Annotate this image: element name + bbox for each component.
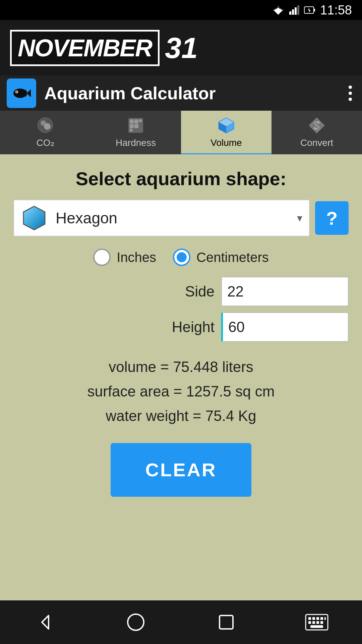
svg-rect-40 xyxy=(316,617,319,620)
app-title: Aquarium Calculator xyxy=(44,83,345,103)
svg-rect-19 xyxy=(130,119,134,123)
dropdown-arrow-icon: ▾ xyxy=(297,212,302,224)
menu-button[interactable] xyxy=(345,82,355,104)
svg-marker-10 xyxy=(308,8,311,13)
height-input-row: Height xyxy=(13,312,349,342)
clear-button[interactable]: CLEAR xyxy=(111,443,251,497)
main-content: Select aquarium shape: Hexagon ▾ ? xyxy=(0,154,362,600)
svg-rect-23 xyxy=(139,119,142,122)
inches-radio-group[interactable]: Inches xyxy=(93,249,156,266)
side-label: Side xyxy=(154,283,215,300)
volume-result: volume = 75.448 liters xyxy=(13,357,349,376)
svg-rect-45 xyxy=(316,621,319,624)
side-input[interactable] xyxy=(221,277,349,306)
svg-point-11 xyxy=(13,89,27,98)
signal-icon xyxy=(289,5,299,15)
wifi-icon xyxy=(272,5,285,15)
app-header: Aquarium Calculator xyxy=(0,75,362,111)
centimeters-radio-dot xyxy=(177,252,187,262)
status-icons: 11:58 xyxy=(272,3,352,17)
back-button[interactable] xyxy=(32,609,59,636)
svg-marker-14 xyxy=(27,89,31,97)
keyboard-button[interactable] xyxy=(303,609,330,636)
section-title: Select aquarium shape: xyxy=(76,168,287,190)
svg-rect-42 xyxy=(324,617,326,620)
centimeters-label: Centimeters xyxy=(196,250,269,265)
inches-radio[interactable] xyxy=(93,249,111,266)
hardness-icon xyxy=(126,116,145,135)
svg-rect-41 xyxy=(320,617,323,620)
svg-rect-47 xyxy=(310,625,323,628)
tab-convert[interactable]: Convert xyxy=(272,111,362,154)
status-bar: 11:58 xyxy=(0,0,362,20)
tab-bar: CO₂ Hardness Volum xyxy=(0,111,362,154)
svg-rect-24 xyxy=(130,129,132,131)
brand-logo: NOVEMBER 31 xyxy=(10,30,198,66)
svg-marker-33 xyxy=(23,206,45,230)
unit-row: Inches Centimeters xyxy=(13,249,349,266)
tab-co2-label: CO₂ xyxy=(37,137,54,148)
surface-area-result: surface area = 1257.5 sq cm xyxy=(13,382,349,401)
svg-rect-38 xyxy=(308,617,311,620)
brand-bar: NOVEMBER 31 xyxy=(0,20,362,75)
volume-icon xyxy=(217,116,236,135)
svg-rect-44 xyxy=(312,621,315,624)
svg-rect-7 xyxy=(297,5,299,15)
svg-rect-22 xyxy=(134,124,138,128)
svg-rect-43 xyxy=(308,621,311,624)
svg-marker-34 xyxy=(42,615,49,629)
brand-november: NOVEMBER xyxy=(10,30,160,66)
hexagon-shape-icon xyxy=(21,205,48,231)
inches-label: Inches xyxy=(117,250,156,265)
shape-selector-row: Hexagon ▾ ? xyxy=(13,200,349,236)
centimeters-radio[interactable] xyxy=(173,249,190,266)
svg-rect-5 xyxy=(292,9,294,15)
tab-volume[interactable]: Volume xyxy=(181,111,272,154)
height-input[interactable] xyxy=(221,312,349,342)
fish-icon xyxy=(11,83,32,104)
battery-icon xyxy=(304,5,315,15)
svg-rect-46 xyxy=(320,621,323,624)
svg-rect-4 xyxy=(289,11,291,15)
shape-dropdown[interactable]: Hexagon ▾ xyxy=(13,200,310,236)
home-button[interactable] xyxy=(122,609,149,636)
tab-hardness-label: Hardness xyxy=(116,138,156,148)
svg-point-17 xyxy=(44,123,51,130)
svg-marker-3 xyxy=(278,6,279,7)
svg-rect-20 xyxy=(134,119,138,123)
tab-co2[interactable]: CO₂ xyxy=(0,111,90,154)
convert-icon xyxy=(307,116,326,135)
results-section: volume = 75.448 liters surface area = 12… xyxy=(13,357,349,431)
svg-point-13 xyxy=(16,91,17,93)
height-label: Height xyxy=(154,319,215,335)
svg-rect-36 xyxy=(220,615,233,629)
recents-button[interactable] xyxy=(213,609,240,636)
svg-rect-39 xyxy=(312,617,315,620)
help-button[interactable]: ? xyxy=(315,201,349,235)
co2-icon xyxy=(36,116,55,135)
brand-31: 31 xyxy=(160,31,198,65)
tab-convert-label: Convert xyxy=(300,138,333,148)
svg-point-35 xyxy=(128,614,144,630)
svg-rect-9 xyxy=(314,9,315,11)
svg-rect-21 xyxy=(130,124,134,128)
tab-hardness[interactable]: Hardness xyxy=(90,111,181,154)
side-input-row: Side xyxy=(13,277,349,306)
centimeters-radio-group[interactable]: Centimeters xyxy=(173,249,269,266)
app-icon xyxy=(7,78,36,108)
bottom-nav xyxy=(0,600,362,644)
status-time: 11:58 xyxy=(320,3,352,17)
svg-rect-6 xyxy=(295,7,297,15)
help-button-label: ? xyxy=(326,207,338,229)
water-weight-result: water weight = 75.4 Kg xyxy=(13,406,349,425)
tab-volume-label: Volume xyxy=(210,138,242,148)
shape-name: Hexagon xyxy=(56,209,289,227)
